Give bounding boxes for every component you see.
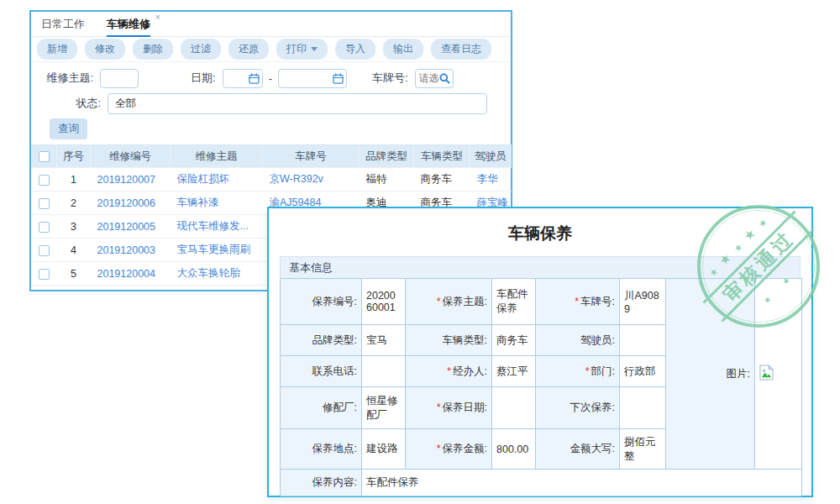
field-label-driver: 驾驶员: <box>536 325 620 356</box>
field-label-maintenance-no: 保养编号: <box>281 279 362 325</box>
field-label-repair-shop: 修配厂: <box>281 387 362 429</box>
magnifier-icon[interactable] <box>439 73 450 84</box>
date-to-input[interactable] <box>278 69 347 88</box>
repair-no-link[interactable]: 2019120005 <box>97 221 156 233</box>
subject-link[interactable]: 保险杠损坏 <box>177 173 230 185</box>
export-button[interactable]: 输出 <box>383 39 423 60</box>
field-value-maintenance-place: 建设路 <box>362 429 406 470</box>
form-title: 车辆保养 <box>269 208 811 256</box>
field-value-contact-phone <box>362 356 406 387</box>
repair-no-link[interactable]: 2019120006 <box>97 197 156 209</box>
vehicle-maintenance-form-window: 车辆保养 基本信息 保养编号: 2020060001 *保养主题: 车配件保养 … <box>267 207 813 497</box>
field-value-maintenance-amount: 800.00 <box>492 429 536 470</box>
field-label-brand-type: 品牌类型: <box>281 325 362 356</box>
required-mark: * <box>447 365 451 377</box>
field-label-photo: 图片: <box>666 279 755 470</box>
required-mark: * <box>437 402 441 413</box>
required-mark: * <box>585 365 590 377</box>
row-checkbox[interactable] <box>39 245 50 256</box>
field-label-maintenance-content: 保养内容: <box>281 470 362 496</box>
filter-panel: 维修主题: 日期: - <box>31 62 511 141</box>
col-vtype: 车辆类型 <box>414 145 470 168</box>
dropdown-arrow-icon <box>311 47 318 51</box>
table-header-row: 序号 维修编号 维修主题 车牌号 品牌类型 车辆类型 驾驶员 <box>32 145 512 168</box>
field-value-next-maintenance <box>620 387 666 429</box>
screen: 日常工作 车辆维修 × 新增 修改 删除 过滤 还原 打印 导入 输出 查看日志… <box>0 0 840 504</box>
tab-vehicle-repair[interactable]: 车辆维修 × <box>107 12 150 37</box>
field-value-amount-in-words: 捌佰元整 <box>620 429 666 470</box>
field-label-plate-no: *车牌号: <box>536 279 620 325</box>
required-mark: * <box>575 296 579 307</box>
subject-link[interactable]: 宝马车更换雨刷 <box>177 244 251 255</box>
field-value-driver <box>620 325 666 356</box>
maintenance-form-table: 保养编号: 2020060001 *保养主题: 车配件保养 *车牌号: 川A90… <box>280 278 802 496</box>
section-header-basic-info: 基本信息 <box>280 256 801 278</box>
field-label-department: *部门: <box>536 356 620 387</box>
col-seq: 序号 <box>57 145 91 168</box>
field-label-maintenance-date: *保养日期: <box>406 387 492 429</box>
import-button[interactable]: 导入 <box>335 39 375 60</box>
print-dropdown-button[interactable]: 打印 <box>276 39 328 60</box>
restore-button[interactable]: 还原 <box>228 39 269 60</box>
row-checkbox[interactable] <box>39 175 50 186</box>
plate-filter-input[interactable] <box>415 69 454 88</box>
row-checkbox[interactable] <box>39 222 50 233</box>
date-range-separator: - <box>269 72 272 85</box>
query-button[interactable]: 查询 <box>50 118 87 139</box>
col-brand: 品牌类型 <box>360 145 414 168</box>
field-value-maintenance-subject: 车配件保养 <box>492 279 536 325</box>
field-value-vehicle-type: 商务车 <box>492 325 536 356</box>
field-value-department: 行政部 <box>620 356 666 387</box>
field-label-vehicle-type: 车辆类型: <box>406 325 492 356</box>
view-log-button[interactable]: 查看日志 <box>431 39 491 60</box>
field-value-repair-shop: 恒星修配厂 <box>362 387 406 429</box>
plate-filter-label: 车牌号: <box>372 71 408 86</box>
add-button[interactable]: 新增 <box>37 39 77 60</box>
required-mark: * <box>437 296 441 307</box>
subject-link[interactable]: 车辆补漆 <box>177 197 219 208</box>
calendar-icon[interactable] <box>249 73 260 84</box>
status-filter-label: 状态: <box>31 96 101 111</box>
subject-link[interactable]: 大众车换轮胎 <box>177 267 240 279</box>
tab-bar: 日常工作 车辆维修 × <box>31 12 511 37</box>
col-subject: 维修主题 <box>171 145 263 168</box>
photo-cell[interactable] <box>755 279 802 470</box>
repair-no-link[interactable]: 2019120007 <box>97 174 156 186</box>
calendar-icon[interactable] <box>333 73 344 84</box>
required-mark: * <box>437 443 441 454</box>
image-file-icon[interactable] <box>759 365 774 381</box>
field-label-contact-phone: 联系电话: <box>281 356 362 387</box>
col-driver: 驾驶员 <box>470 145 512 168</box>
field-label-amount-in-words: 金额大写: <box>536 429 620 470</box>
field-label-handler: *经办人: <box>406 356 492 387</box>
col-repair-no: 维修编号 <box>91 145 171 168</box>
field-value-maintenance-date <box>492 387 536 429</box>
delete-button[interactable]: 删除 <box>133 39 173 60</box>
plate-link[interactable]: 京W-R392v <box>270 173 323 185</box>
date-from-input[interactable] <box>223 69 263 88</box>
row-checkbox[interactable] <box>39 198 50 209</box>
toolbar: 新增 修改 删除 过滤 还原 打印 导入 输出 查看日志 <box>31 37 511 62</box>
close-icon[interactable]: × <box>155 13 160 21</box>
driver-link[interactable]: 李华 <box>477 173 498 185</box>
field-value-handler: 蔡江平 <box>492 356 536 387</box>
tab-daily-work[interactable]: 日常工作 <box>41 12 85 37</box>
field-label-maintenance-amount: *保养金额: <box>406 429 492 470</box>
field-value-brand-type: 宝马 <box>362 325 406 356</box>
row-checkbox[interactable] <box>39 269 50 280</box>
filter-button[interactable]: 过滤 <box>181 39 221 60</box>
field-value-maintenance-no: 2020060001 <box>362 279 406 325</box>
field-label-maintenance-place: 保养地点: <box>281 429 362 470</box>
subject-link[interactable]: 现代车维修发... <box>177 220 249 232</box>
subject-filter-input[interactable] <box>100 69 139 88</box>
field-value-maintenance-content: 车配件保养 <box>362 470 802 496</box>
field-label-maintenance-subject: *保养主题: <box>406 279 492 325</box>
field-value-plate-no: 川A9089 <box>620 279 666 325</box>
repair-no-link[interactable]: 2019120004 <box>97 268 156 280</box>
subject-filter-label: 维修主题: <box>41 71 93 86</box>
select-all-checkbox[interactable] <box>39 151 50 162</box>
status-select[interactable]: 全部 <box>108 93 487 114</box>
repair-no-link[interactable]: 2019120003 <box>97 244 156 256</box>
edit-button[interactable]: 修改 <box>85 39 125 60</box>
date-filter-label: 日期: <box>191 71 216 86</box>
